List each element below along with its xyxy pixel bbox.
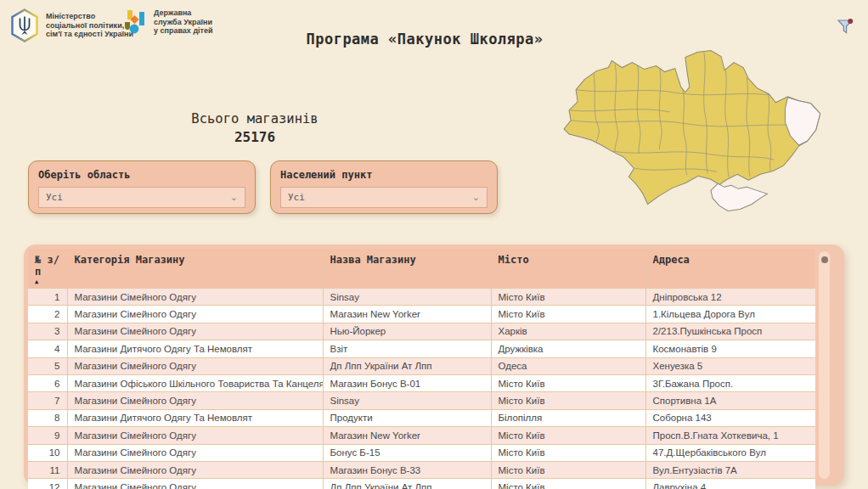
table-row[interactable]: 2 Магазини Сімейного Одягу Магазин New Y… (28, 306, 815, 323)
map-crimea-region[interactable] (711, 183, 767, 211)
stores-table: № з/п ▲ Категорія Магазину Назва Магазин… (28, 249, 815, 489)
table-header: № з/п ▲ Категорія Магазину Назва Магазин… (28, 249, 815, 289)
cell-address: 1.Кільцева Дорога Вул (645, 306, 815, 323)
kpi-label: Всього магазинів (151, 111, 358, 126)
cell-store-name: Sinsay (323, 392, 491, 409)
table-row[interactable]: 7 Магазини Сімейного Одягу Sinsay Місто … (28, 392, 815, 409)
oblast-slicer-label: Оберіть область (38, 169, 245, 181)
cell-city: Місто Київ (491, 306, 645, 323)
settlement-dropdown-value: Усі (288, 192, 305, 203)
cell-category: Магазини Сімейного Одягу (67, 461, 323, 478)
cell-city: Місто Київ (491, 374, 645, 391)
table-row[interactable]: 6 Магазини Офіського Шкільного Товариств… (28, 374, 815, 391)
service-logo-text: Державна служба України у справах дітей (154, 8, 213, 36)
cell-number: 12 (28, 479, 67, 489)
cell-number: 1 (28, 289, 67, 306)
cell-number: 6 (28, 374, 67, 391)
cell-number: 5 (28, 357, 67, 374)
column-header-store-name[interactable]: Назва Магазину (323, 249, 491, 289)
cell-store-name: Нью-Йоркер (323, 323, 491, 340)
filter-icon[interactable] (836, 17, 854, 36)
trident-hexagon-icon (10, 8, 39, 42)
cell-city: Білопілля (491, 409, 645, 426)
column-header-city[interactable]: Місто (491, 249, 645, 289)
cell-address: Спортивна 1А (645, 392, 815, 409)
cell-store-name: Бонус Б-15 (323, 444, 491, 461)
table-scrollbar[interactable] (819, 251, 830, 479)
oblast-slicer: Оберіть область Усі ⌄ (28, 160, 256, 214)
scrollbar-thumb[interactable] (821, 256, 828, 263)
cell-category: Магазини Сімейного Одягу (67, 323, 323, 340)
cell-address: Вул.Ентузіастів 7А (645, 461, 815, 478)
cell-category: Магазини Офіського Шкільного Товариства … (67, 374, 323, 391)
cell-address: Соборна 143 (645, 409, 815, 426)
ministry-logo: Міністерство соціальної політики, сім'ї … (10, 8, 133, 42)
map-mainland-region[interactable] (564, 50, 820, 204)
cell-store-name: Магазин Бонус В-01 (323, 374, 491, 391)
cell-address: Просп.В.Гната Хоткевича, 1 (645, 427, 815, 444)
cell-address: 47.Д.Щербаківського Вул (645, 444, 815, 461)
column-header-number[interactable]: № з/п ▲ (28, 249, 67, 289)
sort-ascending-icon: ▲ (35, 279, 60, 285)
cell-category: Магазини Сімейного Одягу (67, 392, 323, 409)
cell-city: Місто Київ (491, 461, 645, 478)
table-row[interactable]: 11 Магазини Сімейного Одягу Магазин Бону… (28, 461, 815, 478)
cell-address: Космонавтів 9 (645, 340, 815, 357)
cell-store-name: Магазин Бонус В-33 (323, 461, 491, 478)
cell-category: Магазини Сімейного Одягу (67, 357, 323, 374)
cell-number: 3 (28, 323, 67, 340)
settlement-dropdown[interactable]: Усі ⌄ (280, 187, 488, 208)
table-row[interactable]: 9 Магазини Сімейного Одягу Магазин New Y… (28, 427, 815, 444)
cell-city: Місто Київ (491, 392, 645, 409)
cell-category: Магазини Дитячого Одягу Та Немовлят (67, 409, 323, 426)
cell-number: 11 (28, 461, 67, 478)
kpi-value: 25176 (151, 129, 358, 145)
children-service-logo: Державна служба України у справах дітей (124, 8, 213, 36)
table-row[interactable]: 12 Магазини Сімейного Одягу Дп Лпп Украї… (28, 479, 815, 489)
cell-store-name: Магазин New Yorker (323, 427, 491, 444)
column-header-address[interactable]: Адреса (645, 249, 815, 289)
report-page: Міністерство соціальної політики, сім'ї … (0, 0, 868, 489)
table-row[interactable]: 4 Магазини Дитячого Одягу Та Немовлят Вз… (28, 340, 815, 357)
cell-city: Місто Київ (491, 427, 645, 444)
column-header-category[interactable]: Категорія Магазину (67, 249, 323, 289)
cell-category: Магазини Сімейного Одягу (67, 444, 323, 461)
cell-city: Місто Київ (491, 289, 645, 306)
table-row[interactable]: 3 Магазини Сімейного Одягу Нью-Йоркер Ха… (28, 323, 815, 340)
children-service-icon (124, 9, 147, 34)
ministry-logo-text: Міністерство соціальної політики, сім'ї … (46, 12, 133, 39)
page-title: Програма «Пакунок Школяра» (272, 31, 578, 48)
cell-category: Магазини Сімейного Одягу (67, 306, 323, 323)
cell-address: 2/213.Пушкінська Просп (645, 323, 815, 340)
cell-store-name: Взіт (323, 340, 491, 357)
cell-city: Місто Київ (491, 479, 645, 489)
cell-address: Дніпровська 12 (645, 289, 815, 306)
cell-store-name: Дп Лпп України Ат Лпп (323, 357, 491, 374)
chevron-down-icon: ⌄ (230, 192, 238, 203)
table-row[interactable]: 5 Магазини Сімейного Одягу Дп Лпп Україн… (28, 357, 815, 374)
table-row[interactable]: 10 Магазини Сімейного Одягу Бонус Б-15 М… (28, 444, 815, 461)
cell-address: Лаврухіна 4 (645, 479, 815, 489)
cell-city: Харків (491, 323, 645, 340)
cell-city: Місто Київ (491, 444, 645, 461)
cell-store-name: Магазин New Yorker (323, 306, 491, 323)
cell-address: Хенуезка 5 (645, 357, 815, 374)
cell-store-name: Продукти (323, 409, 491, 426)
chevron-down-icon: ⌄ (472, 192, 480, 203)
table-row[interactable]: 1 Магазини Сімейного Одягу Sinsay Місто … (28, 289, 815, 306)
cell-category: Магазини Сімейного Одягу (67, 479, 323, 489)
settlement-slicer: Населений пункт Усі ⌄ (270, 160, 498, 214)
stores-table-card: № з/п ▲ Категорія Магазину Назва Магазин… (24, 244, 844, 486)
oblast-dropdown[interactable]: Усі ⌄ (38, 187, 245, 208)
cell-address: 3Г.Бажана Просп. (645, 374, 815, 391)
table-row[interactable]: 8 Магазини Дитячого Одягу Та Немовлят Пр… (28, 409, 815, 426)
total-stores-kpi: Всього магазинів 25176 (151, 111, 358, 145)
cell-number: 9 (28, 427, 67, 444)
table-body: 1 Магазини Сімейного Одягу Sinsay Місто … (28, 289, 815, 489)
cell-number: 8 (28, 409, 67, 426)
settlement-slicer-label: Населений пункт (280, 169, 488, 181)
ukraine-map[interactable] (559, 45, 868, 225)
cell-category: Магазини Сімейного Одягу (67, 427, 323, 444)
cell-number: 7 (28, 392, 67, 409)
cell-store-name: Sinsay (323, 289, 491, 306)
